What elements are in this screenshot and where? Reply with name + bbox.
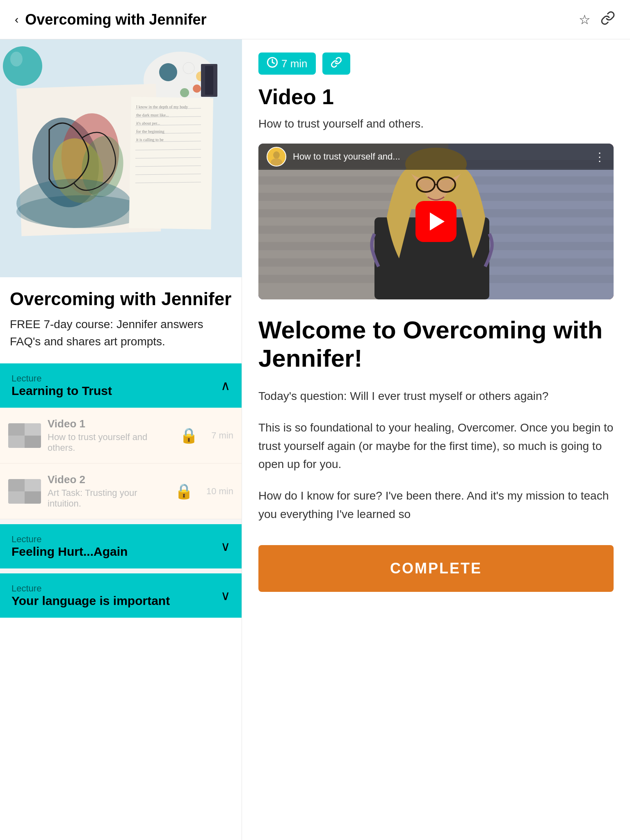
video-2-thumbnail	[8, 479, 41, 504]
lecture-3-info: Lecture Your language is important	[11, 583, 170, 608]
lecture-3-name: Your language is important	[11, 594, 170, 608]
svg-point-53	[439, 179, 454, 190]
svg-text:it is calling to be: it is calling to be	[136, 137, 164, 142]
lecture-1-name: Learning to Trust	[11, 384, 112, 398]
video-1-name: Video 1	[48, 418, 167, 430]
link-badge-icon	[331, 57, 342, 71]
svg-point-55	[273, 151, 280, 159]
lecture-1-header[interactable]: Lecture Learning to Trust ∧	[0, 363, 242, 408]
video-item-1[interactable]: Video 1 How to trust yourself and others…	[0, 408, 242, 463]
complete-button[interactable]: COMPLETE	[258, 545, 614, 592]
yt-overlay-bar: How to trust yourself and... ⋮	[258, 144, 614, 170]
svg-point-33	[10, 52, 23, 66]
yt-video-text: How to trust yourself and...	[293, 151, 587, 162]
course-description: FREE 7-day course: Jennifer answers FAQ'…	[10, 316, 232, 350]
header-right: ☆	[579, 11, 615, 29]
lecture-2-chevron: ∨	[221, 539, 230, 554]
section-divider-1	[0, 519, 242, 524]
main-content: I know in the depth of my body the dark …	[0, 39, 630, 840]
svg-point-2	[159, 63, 177, 81]
lecture-2-info: Lecture Feeling Hurt...Again	[11, 534, 128, 559]
section-divider-2	[0, 568, 242, 573]
svg-text:I know in the depth of my body: I know in the depth of my body	[136, 105, 188, 109]
svg-text:the dark must like...: the dark must like...	[136, 113, 169, 117]
video-title: Video 1	[258, 84, 614, 109]
lecture-3-header[interactable]: Lecture Your language is important ∨	[0, 573, 242, 618]
yt-play-button[interactable]	[415, 201, 457, 242]
left-column: I know in the depth of my body the dark …	[0, 39, 242, 840]
video-2-name: Video 2	[48, 473, 162, 486]
video-1-info: Video 1 How to trust yourself and others…	[48, 418, 167, 453]
svg-text:it's about per...: it's about per...	[136, 121, 160, 126]
svg-point-5	[193, 84, 201, 93]
course-image: I know in the depth of my body the dark …	[0, 39, 242, 277]
lecture-2-name: Feeling Hurt...Again	[11, 545, 128, 559]
video-2-lock-icon: 🔒	[175, 483, 193, 500]
video-1-lock-icon: 🔒	[180, 427, 198, 444]
lecture-3-chevron: ∨	[221, 588, 230, 603]
app-header: ‹ Overcoming with Jennifer ☆	[0, 0, 630, 39]
svg-point-6	[180, 88, 189, 97]
lecture-1-chevron: ∧	[221, 378, 230, 393]
video-2-duration: 10 min	[206, 486, 233, 497]
svg-rect-8	[205, 66, 213, 95]
link-icon[interactable]	[600, 11, 615, 29]
header-title: Overcoming with Jennifer	[25, 11, 206, 28]
youtube-player[interactable]: How to trust yourself and... ⋮	[258, 144, 614, 299]
course-info: Overcoming with Jennifer FREE 7-day cour…	[0, 277, 242, 350]
right-column: 7 min Video 1 How to trust yourself and …	[242, 39, 630, 840]
body-text-3: How do I know for sure? I've been there.…	[258, 487, 614, 524]
lecture-1-videos: Video 1 How to trust yourself and others…	[0, 408, 242, 519]
clock-icon	[267, 57, 278, 71]
video-subtitle: How to trust yourself and others.	[258, 117, 614, 130]
header-left: ‹ Overcoming with Jennifer	[15, 11, 206, 28]
svg-text:for the beginning: for the beginning	[136, 129, 164, 134]
svg-point-15	[16, 195, 148, 228]
bookmark-icon[interactable]: ☆	[579, 12, 591, 27]
lecture-3-label: Lecture	[11, 583, 170, 594]
video-item-2[interactable]: Video 2 Art Task: Trusting your intuitio…	[0, 463, 242, 519]
welcome-title: Welcome to Overcoming with Jennifer!	[258, 316, 614, 372]
video-1-desc: How to trust yourself and others.	[48, 432, 167, 453]
video-2-desc: Art Task: Trusting your intuition.	[48, 488, 162, 509]
duration-value: 7 min	[281, 57, 308, 70]
body-text-2: This is so foundational to your healing,…	[258, 419, 614, 474]
svg-point-32	[3, 46, 42, 86]
video-2-info: Video 2 Art Task: Trusting your intuitio…	[48, 473, 162, 509]
lecture-2-label: Lecture	[11, 534, 128, 545]
video-1-thumbnail	[8, 423, 41, 448]
yt-avatar	[267, 147, 286, 167]
lecture-1-info: Lecture Learning to Trust	[11, 373, 112, 398]
yt-more-options[interactable]: ⋮	[594, 150, 605, 164]
back-button[interactable]: ‹	[15, 13, 18, 26]
link-badge[interactable]	[322, 52, 350, 75]
play-triangle	[430, 212, 445, 231]
body-text-1: Today's question: Will I ever trust myse…	[258, 387, 614, 406]
svg-point-52	[418, 179, 433, 190]
course-title: Overcoming with Jennifer	[10, 289, 232, 309]
meta-badges: 7 min	[258, 52, 614, 75]
lecture-2-header[interactable]: Lecture Feeling Hurt...Again ∨	[0, 524, 242, 568]
duration-badge: 7 min	[258, 52, 316, 75]
video-1-duration: 7 min	[211, 430, 233, 441]
svg-point-3	[183, 62, 194, 74]
lecture-1-label: Lecture	[11, 373, 112, 384]
